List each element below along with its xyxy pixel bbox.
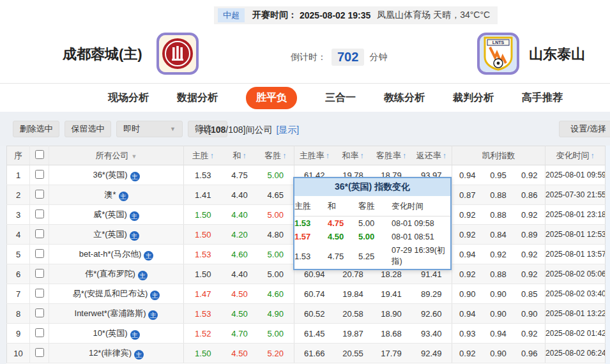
away-rate: 19.41 xyxy=(372,284,411,304)
header-company[interactable]: 所有公司▼ xyxy=(49,146,184,165)
nav-tab[interactable]: 裁判分析 xyxy=(453,91,494,105)
draw-odds[interactable]: 4.70 xyxy=(222,324,257,344)
company-name[interactable]: 12*(菲律宾)主 xyxy=(49,344,184,363)
row-seq: 4 xyxy=(7,225,30,245)
company-name[interactable]: bet-at-h*(马尔他)主 xyxy=(49,245,184,264)
home-badge-icon: 主 xyxy=(130,172,140,181)
row-checkbox[interactable] xyxy=(35,328,44,337)
header-return-rate[interactable]: 返还率↑ xyxy=(411,146,452,165)
home-badge-icon: 主 xyxy=(148,310,158,320)
header-change-time[interactable]: 变化时间↑ xyxy=(545,146,606,165)
sort-asc-icon: ↑ xyxy=(243,151,247,160)
countdown-label: 倒计时： xyxy=(291,52,326,63)
header-draw-rate[interactable]: 和率↑ xyxy=(335,146,372,165)
popup-header: 和 xyxy=(328,196,358,216)
header-draw-odds[interactable]: 和↑ xyxy=(222,146,257,165)
header-away-rate[interactable]: 客胜率↑ xyxy=(372,146,411,165)
header-home-odds[interactable]: 主胜↑ xyxy=(184,146,222,165)
kelly-index: 0.92 xyxy=(514,264,545,284)
row-checkbox[interactable] xyxy=(35,229,44,238)
away-odds[interactable]: 5.00 xyxy=(257,324,294,344)
home-odds[interactable]: 1.53 xyxy=(184,304,222,324)
show-link[interactable]: [显示] xyxy=(276,125,299,135)
kelly-index: 0.92 xyxy=(514,165,545,185)
home-odds[interactable]: 1.53 xyxy=(184,165,222,185)
row-checkbox[interactable] xyxy=(35,249,44,258)
venue-weather: 凤凰山体育场 天晴，34°C°C xyxy=(377,10,490,21)
time-filter-dropdown[interactable]: 即时 ▼ xyxy=(116,121,183,137)
home-badge-icon: 主 xyxy=(130,211,139,221)
draw-odds[interactable]: 4.75 xyxy=(222,165,257,185)
away-odds[interactable]: 4.80 xyxy=(257,225,294,245)
draw-odds[interactable]: 4.40 xyxy=(222,205,257,225)
delete-selected-button[interactable]: 删除选中 xyxy=(13,121,59,137)
settings-select-button[interactable]: 设置/选择 xyxy=(559,121,610,137)
home-odds[interactable]: 1.50 xyxy=(184,344,222,363)
company-name[interactable]: 威*(英国)主 xyxy=(49,205,184,225)
select-all-checkbox[interactable] xyxy=(35,150,44,159)
home-badge-icon: 主 xyxy=(138,271,148,280)
home-odds[interactable]: 1.50 xyxy=(184,205,222,225)
draw-odds[interactable]: 4.50 xyxy=(222,304,257,324)
away-odds[interactable]: 5.00 xyxy=(257,264,294,284)
nav-tab[interactable]: 三合一 xyxy=(325,91,356,105)
row-checkbox[interactable] xyxy=(35,170,44,179)
away-odds[interactable]: 5.00 xyxy=(257,245,294,264)
home-odds[interactable]: 1.41 xyxy=(184,185,222,205)
away-odds[interactable]: 5.00 xyxy=(257,205,294,225)
nav-tab[interactable]: 现场分析 xyxy=(108,91,149,105)
company-name[interactable]: 澳*主 xyxy=(49,185,184,205)
nav-tab[interactable]: 数据分析 xyxy=(177,91,218,105)
away-odds[interactable]: 4.65 xyxy=(257,185,294,205)
away-odds[interactable]: 4.90 xyxy=(257,304,294,324)
row-checkbox[interactable] xyxy=(35,348,44,357)
company-name[interactable]: Interwet*(塞浦路斯)主 xyxy=(49,304,184,324)
table-header-row: 序 所有公司▼ 主胜↑ 和↑ 客胜↑ 主胜率↑ 和率↑ 客胜率↑ 返还率↑ 凯利… xyxy=(7,146,606,165)
company-name[interactable]: 立*(英国)主 xyxy=(49,225,184,245)
away-odds[interactable]: 5.00 xyxy=(257,165,294,185)
row-seq: 7 xyxy=(7,284,30,304)
row-checkbox[interactable] xyxy=(35,289,44,298)
company-name[interactable]: 易*(安提瓜和巴布达)主 xyxy=(49,284,184,304)
company-name[interactable]: 36*(英国)主 xyxy=(49,165,184,185)
home-odds[interactable]: 1.50 xyxy=(184,264,222,284)
right-scroll-sliver[interactable] xyxy=(605,146,610,364)
draw-odds[interactable]: 4.40 xyxy=(222,264,257,284)
nav-tab[interactable]: 高手推荐 xyxy=(522,91,563,105)
header-home-rate[interactable]: 主胜率↑ xyxy=(294,146,335,165)
time-filter-value: 即时 xyxy=(123,123,140,135)
company-label: bet-at-h*(马尔他) xyxy=(79,249,142,259)
row-checkbox-cell xyxy=(30,225,49,245)
nav-tab[interactable]: 教练分析 xyxy=(384,91,425,105)
change-time: 2025-08-02 05:06 xyxy=(545,264,606,284)
row-checkbox[interactable] xyxy=(35,209,44,218)
kelly-index: 0.92 xyxy=(514,205,545,225)
row-checkbox[interactable] xyxy=(35,308,44,317)
header-away-odds[interactable]: 客胜↑ xyxy=(257,146,294,165)
away-odds[interactable]: 4.60 xyxy=(257,284,294,304)
kelly-index: 0.92 xyxy=(452,225,483,245)
home-rate: 60.74 xyxy=(294,284,335,304)
company-name[interactable]: 伟*(直布罗陀)主 xyxy=(49,264,184,284)
company-name[interactable]: 10*(英国)主 xyxy=(49,324,184,344)
draw-odds[interactable]: 4.40 xyxy=(222,185,257,205)
nav-tab[interactable]: 胜平负 xyxy=(246,87,297,109)
draw-odds[interactable]: 4.50 xyxy=(222,284,257,304)
home-odds[interactable]: 1.50 xyxy=(184,225,222,245)
keep-selected-button[interactable]: 保留选中 xyxy=(65,121,111,137)
home-odds[interactable]: 1.52 xyxy=(184,324,222,344)
svg-text:LNTS: LNTS xyxy=(492,40,505,45)
home-odds[interactable]: 1.47 xyxy=(184,284,222,304)
sort-asc-icon: ↑ xyxy=(360,151,364,160)
draw-odds[interactable]: 4.20 xyxy=(222,225,257,245)
home-odds[interactable]: 1.53 xyxy=(184,245,222,264)
draw-rate: 19.87 xyxy=(335,324,372,344)
row-checkbox[interactable] xyxy=(35,269,44,278)
countdown-unit: 分钟 xyxy=(369,52,387,63)
draw-odds[interactable]: 4.50 xyxy=(222,344,257,363)
away-rate: 18.90 xyxy=(372,304,411,324)
away-odds[interactable]: 5.20 xyxy=(257,344,294,363)
row-checkbox[interactable] xyxy=(35,190,44,199)
draw-odds[interactable]: 4.60 xyxy=(222,245,257,264)
row-checkbox-cell xyxy=(30,344,49,363)
